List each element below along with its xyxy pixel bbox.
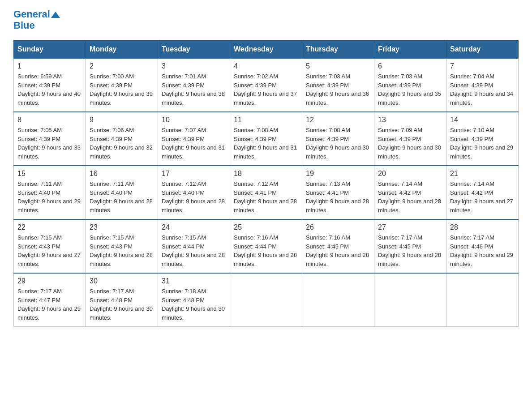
calendar-cell: 20 Sunrise: 7:14 AMSunset: 4:42 PMDaylig… <box>374 166 446 219</box>
calendar-cell: 26 Sunrise: 7:16 AMSunset: 4:45 PMDaylig… <box>302 219 374 273</box>
day-number: 24 <box>162 223 226 231</box>
calendar-cell: 12 Sunrise: 7:08 AMSunset: 4:39 PMDaylig… <box>302 112 374 166</box>
calendar-cell: 17 Sunrise: 7:12 AMSunset: 4:40 PMDaylig… <box>158 166 230 219</box>
day-number: 7 <box>450 62 515 70</box>
day-info: Sunrise: 7:12 AMSunset: 4:40 PMDaylight:… <box>162 180 226 214</box>
day-info: Sunrise: 7:00 AMSunset: 4:39 PMDaylight:… <box>90 72 154 107</box>
day-info: Sunrise: 7:04 AMSunset: 4:39 PMDaylight:… <box>450 72 515 107</box>
calendar-cell: 19 Sunrise: 7:13 AMSunset: 4:41 PMDaylig… <box>302 166 374 219</box>
day-info: Sunrise: 7:05 AMSunset: 4:39 PMDaylight:… <box>17 126 82 161</box>
day-info: Sunrise: 7:11 AMSunset: 4:40 PMDaylight:… <box>17 180 82 214</box>
day-info: Sunrise: 7:08 AMSunset: 4:39 PMDaylight:… <box>234 126 298 161</box>
calendar-cell: 23 Sunrise: 7:15 AMSunset: 4:43 PMDaylig… <box>86 219 158 273</box>
calendar-cell: 10 Sunrise: 7:07 AMSunset: 4:39 PMDaylig… <box>158 112 230 166</box>
day-info: Sunrise: 7:14 AMSunset: 4:42 PMDaylight:… <box>378 180 442 214</box>
calendar-table: SundayMondayTuesdayWednesdayThursdayFrid… <box>13 40 519 327</box>
logo-blue-text: Blue <box>13 20 35 31</box>
calendar-cell: 31 Sunrise: 7:18 AMSunset: 4:48 PMDaylig… <box>158 273 230 327</box>
calendar-body: 1 Sunrise: 6:59 AMSunset: 4:39 PMDayligh… <box>14 58 519 327</box>
calendar-week-2: 8 Sunrise: 7:05 AMSunset: 4:39 PMDayligh… <box>14 112 519 166</box>
calendar-cell: 2 Sunrise: 7:00 AMSunset: 4:39 PMDayligh… <box>86 58 158 112</box>
day-info: Sunrise: 7:03 AMSunset: 4:39 PMDaylight:… <box>306 72 370 107</box>
day-info: Sunrise: 7:17 AMSunset: 4:47 PMDaylight:… <box>17 287 82 322</box>
weekday-header-sunday: Sunday <box>14 41 86 59</box>
day-number: 29 <box>17 277 82 285</box>
day-info: Sunrise: 7:01 AMSunset: 4:39 PMDaylight:… <box>162 72 226 107</box>
day-number: 10 <box>162 116 226 124</box>
day-number: 30 <box>90 277 154 285</box>
logo: General Blue <box>13 9 60 31</box>
calendar-cell: 7 Sunrise: 7:04 AMSunset: 4:39 PMDayligh… <box>446 58 519 112</box>
calendar-cell: 16 Sunrise: 7:11 AMSunset: 4:40 PMDaylig… <box>86 166 158 219</box>
day-number: 3 <box>162 62 226 70</box>
calendar-cell <box>230 273 302 327</box>
day-info: Sunrise: 7:16 AMSunset: 4:45 PMDaylight:… <box>306 233 370 268</box>
day-number: 18 <box>234 170 298 178</box>
day-number: 23 <box>90 223 154 231</box>
day-info: Sunrise: 6:59 AMSunset: 4:39 PMDaylight:… <box>17 72 82 107</box>
day-info: Sunrise: 7:03 AMSunset: 4:39 PMDaylight:… <box>378 72 442 107</box>
day-number: 27 <box>378 223 442 231</box>
day-info: Sunrise: 7:02 AMSunset: 4:39 PMDaylight:… <box>234 72 298 107</box>
day-info: Sunrise: 7:15 AMSunset: 4:43 PMDaylight:… <box>17 233 82 268</box>
day-number: 4 <box>234 62 298 70</box>
calendar-cell: 29 Sunrise: 7:17 AMSunset: 4:47 PMDaylig… <box>14 273 86 327</box>
weekday-header-saturday: Saturday <box>446 41 519 59</box>
day-number: 14 <box>450 116 515 124</box>
day-number: 12 <box>306 116 370 124</box>
day-number: 6 <box>378 62 442 70</box>
calendar-cell: 24 Sunrise: 7:15 AMSunset: 4:44 PMDaylig… <box>158 219 230 273</box>
calendar-cell: 5 Sunrise: 7:03 AMSunset: 4:39 PMDayligh… <box>302 58 374 112</box>
day-number: 26 <box>306 223 370 231</box>
day-number: 5 <box>306 62 370 70</box>
day-info: Sunrise: 7:06 AMSunset: 4:39 PMDaylight:… <box>90 126 154 161</box>
day-info: Sunrise: 7:15 AMSunset: 4:44 PMDaylight:… <box>162 233 226 268</box>
day-number: 2 <box>90 62 154 70</box>
day-number: 11 <box>234 116 298 124</box>
calendar-cell: 9 Sunrise: 7:06 AMSunset: 4:39 PMDayligh… <box>86 112 158 166</box>
day-info: Sunrise: 7:11 AMSunset: 4:40 PMDaylight:… <box>90 180 154 214</box>
day-info: Sunrise: 7:17 AMSunset: 4:46 PMDaylight:… <box>450 233 515 268</box>
weekday-header-wednesday: Wednesday <box>230 41 302 59</box>
calendar-cell: 8 Sunrise: 7:05 AMSunset: 4:39 PMDayligh… <box>14 112 86 166</box>
calendar-cell: 1 Sunrise: 6:59 AMSunset: 4:39 PMDayligh… <box>14 58 86 112</box>
day-info: Sunrise: 7:17 AMSunset: 4:45 PMDaylight:… <box>378 233 442 268</box>
day-info: Sunrise: 7:09 AMSunset: 4:39 PMDaylight:… <box>378 126 442 161</box>
day-number: 9 <box>90 116 154 124</box>
day-info: Sunrise: 7:18 AMSunset: 4:48 PMDaylight:… <box>162 287 226 322</box>
calendar-week-3: 15 Sunrise: 7:11 AMSunset: 4:40 PMDaylig… <box>14 166 519 219</box>
day-number: 17 <box>162 170 226 178</box>
day-number: 13 <box>378 116 442 124</box>
day-number: 8 <box>17 116 82 124</box>
calendar-cell: 18 Sunrise: 7:12 AMSunset: 4:41 PMDaylig… <box>230 166 302 219</box>
weekday-header-friday: Friday <box>374 41 446 59</box>
day-info: Sunrise: 7:17 AMSunset: 4:48 PMDaylight:… <box>90 287 154 322</box>
page-header: General Blue <box>13 9 519 31</box>
calendar-cell: 22 Sunrise: 7:15 AMSunset: 4:43 PMDaylig… <box>14 219 86 273</box>
day-number: 15 <box>17 170 82 178</box>
day-info: Sunrise: 7:07 AMSunset: 4:39 PMDaylight:… <box>162 126 226 161</box>
day-number: 16 <box>90 170 154 178</box>
day-number: 28 <box>450 223 515 231</box>
calendar-cell: 14 Sunrise: 7:10 AMSunset: 4:39 PMDaylig… <box>446 112 519 166</box>
calendar-cell: 28 Sunrise: 7:17 AMSunset: 4:46 PMDaylig… <box>446 219 519 273</box>
calendar-cell: 15 Sunrise: 7:11 AMSunset: 4:40 PMDaylig… <box>14 166 86 219</box>
calendar-cell: 21 Sunrise: 7:14 AMSunset: 4:42 PMDaylig… <box>446 166 519 219</box>
calendar-week-4: 22 Sunrise: 7:15 AMSunset: 4:43 PMDaylig… <box>14 219 519 273</box>
calendar-cell: 27 Sunrise: 7:17 AMSunset: 4:45 PMDaylig… <box>374 219 446 273</box>
day-number: 21 <box>450 170 515 178</box>
calendar-cell: 4 Sunrise: 7:02 AMSunset: 4:39 PMDayligh… <box>230 58 302 112</box>
calendar-header: SundayMondayTuesdayWednesdayThursdayFrid… <box>14 41 519 59</box>
day-info: Sunrise: 7:12 AMSunset: 4:41 PMDaylight:… <box>234 180 298 214</box>
day-number: 25 <box>234 223 298 231</box>
calendar-cell: 30 Sunrise: 7:17 AMSunset: 4:48 PMDaylig… <box>86 273 158 327</box>
calendar-cell: 11 Sunrise: 7:08 AMSunset: 4:39 PMDaylig… <box>230 112 302 166</box>
weekday-header-thursday: Thursday <box>302 41 374 59</box>
day-number: 22 <box>17 223 82 231</box>
day-info: Sunrise: 7:16 AMSunset: 4:44 PMDaylight:… <box>234 233 298 268</box>
day-info: Sunrise: 7:08 AMSunset: 4:39 PMDaylight:… <box>306 126 370 161</box>
calendar-cell: 13 Sunrise: 7:09 AMSunset: 4:39 PMDaylig… <box>374 112 446 166</box>
day-number: 19 <box>306 170 370 178</box>
day-number: 1 <box>17 62 82 70</box>
day-info: Sunrise: 7:13 AMSunset: 4:41 PMDaylight:… <box>306 180 370 214</box>
